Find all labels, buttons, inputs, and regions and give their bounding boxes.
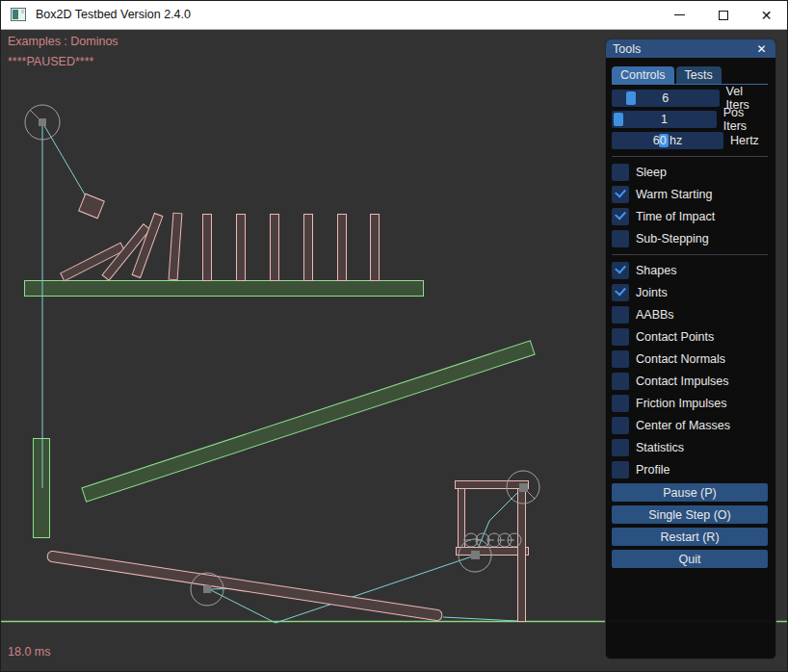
checkbox-box[interactable]: [612, 164, 629, 181]
standing-domino: [271, 215, 279, 281]
checkbox-label: Profile: [636, 463, 670, 477]
joint-anchor: [203, 585, 211, 593]
checkbox-label: Contact Normals: [636, 352, 725, 366]
checkbox-box[interactable]: [612, 230, 629, 247]
checkbox-label: Warm Starting: [636, 188, 712, 201]
tipping-domino: [169, 213, 182, 279]
tools-panel: Tools ✕ Controls Tests 6 Vel Iters 1 Pos…: [605, 39, 776, 659]
checkbox-label: Friction Impulses: [636, 397, 726, 410]
vertical-post: [34, 439, 50, 538]
tools-close-button[interactable]: ✕: [754, 41, 769, 56]
tab-tests[interactable]: Tests: [676, 66, 722, 84]
checkbox-box[interactable]: [612, 306, 629, 323]
vel-iters-value: 6: [662, 91, 669, 105]
checkbox-box[interactable]: [612, 439, 629, 456]
hertz-slider[interactable]: 60 hz: [612, 132, 723, 149]
checkbox-box[interactable]: [612, 186, 629, 203]
vel-iters-row: 6 Vel Iters: [612, 90, 768, 107]
checkbox-statistics[interactable]: Statistics: [612, 439, 768, 456]
joint-anchor: [39, 118, 46, 126]
slider-grab[interactable]: [626, 91, 636, 105]
checkbox-box[interactable]: [612, 417, 629, 434]
joint-line-ground: [443, 617, 517, 621]
frame-left-post: [459, 489, 465, 548]
checkbox-label: Sub-Stepping: [636, 232, 709, 246]
pos-iters-value: 1: [661, 113, 668, 126]
checkbox-box[interactable]: [612, 395, 629, 412]
joint-line-b: [276, 556, 475, 623]
separator: [612, 254, 768, 255]
checkbox-label: Contact Points: [636, 330, 714, 344]
standing-domino: [203, 215, 212, 281]
standing-domino: [338, 215, 347, 281]
domino-platform: [25, 281, 424, 297]
joint-anchor: [471, 551, 480, 559]
checkbox-profile[interactable]: Profile: [612, 461, 768, 478]
checkbox-friction-impulses[interactable]: Friction Impulses: [612, 395, 768, 412]
paused-label: ****PAUSED****: [8, 55, 93, 68]
pos-iters-label: Pos Iters: [723, 106, 768, 133]
checkbox-box[interactable]: [612, 350, 629, 368]
checkbox-label: AABBs: [636, 308, 674, 322]
checkbox-label: Center of Masses: [636, 419, 730, 432]
checkbox-joints[interactable]: Joints: [612, 284, 768, 301]
angled-plank: [82, 341, 535, 502]
tools-panel-title: Tools: [613, 42, 641, 56]
checkbox-label: Joints: [636, 286, 668, 299]
checkbox-contact-impulses[interactable]: Contact Impulses: [612, 373, 768, 390]
pos-iters-row: 1 Pos Iters: [612, 111, 768, 128]
frame-top-beam: [456, 481, 529, 489]
checkbox-box[interactable]: [612, 328, 629, 346]
seesaw-plank: [47, 551, 443, 621]
tools-tabbar: Controls Tests: [612, 66, 768, 85]
hertz-label: Hertz: [730, 134, 759, 147]
pos-iters-slider[interactable]: 1: [612, 111, 717, 128]
frame-right-post: [518, 489, 526, 622]
checkbox-box[interactable]: [612, 262, 629, 279]
checkbox-sleep[interactable]: Sleep: [612, 164, 768, 181]
hertz-value: 60 hz: [653, 134, 683, 147]
standing-domino: [237, 215, 246, 281]
separator: [612, 156, 768, 157]
checkbox-contact-normals[interactable]: Contact Normals: [612, 350, 768, 368]
standing-domino: [371, 215, 380, 281]
vel-iters-slider[interactable]: 6: [612, 90, 720, 107]
checkbox-box[interactable]: [612, 284, 629, 301]
checkbox-sub-stepping[interactable]: Sub-Stepping: [612, 230, 768, 247]
checkbox-label: Sleep: [636, 166, 667, 179]
checkbox-aabbs[interactable]: AABBs: [612, 306, 768, 323]
checkbox-label: Statistics: [636, 441, 684, 454]
frame-time-label: 18.0 ms: [8, 645, 50, 659]
checkbox-contact-points[interactable]: Contact Points: [612, 328, 768, 346]
checkbox-shapes[interactable]: Shapes: [612, 262, 768, 279]
checkbox-label: Shapes: [636, 264, 676, 277]
checkbox-warm-starting[interactable]: Warm Starting: [612, 186, 768, 203]
joint-anchor: [519, 483, 528, 492]
checkbox-box[interactable]: [612, 373, 629, 390]
example-name-label: Examples : Dominos: [8, 35, 118, 48]
tools-panel-titlebar[interactable]: Tools ✕: [606, 39, 775, 58]
checkbox-time-of-impact[interactable]: Time of Impact: [612, 208, 768, 225]
pendulum-box: [79, 194, 105, 218]
restart-button[interactable]: Restart (R): [612, 528, 768, 546]
shelf-balls: [464, 533, 521, 547]
tab-controls[interactable]: Controls: [612, 66, 674, 84]
standing-domino: [304, 215, 313, 281]
single-step-button[interactable]: Single Step (O): [612, 505, 768, 524]
quit-button[interactable]: Quit: [612, 550, 768, 568]
checkbox-box[interactable]: [612, 208, 629, 225]
slider-grab[interactable]: [614, 113, 623, 126]
checkbox-label: Time of Impact: [636, 210, 715, 223]
checkbox-label: Contact Impulses: [636, 375, 729, 388]
checkbox-box[interactable]: [612, 461, 629, 478]
joint-line-pendulum: [42, 122, 92, 206]
checkbox-center-of-masses[interactable]: Center of Masses: [612, 417, 768, 434]
pause-button[interactable]: Pause (P): [612, 483, 768, 502]
hertz-row: 60 hz Hertz: [612, 132, 768, 149]
